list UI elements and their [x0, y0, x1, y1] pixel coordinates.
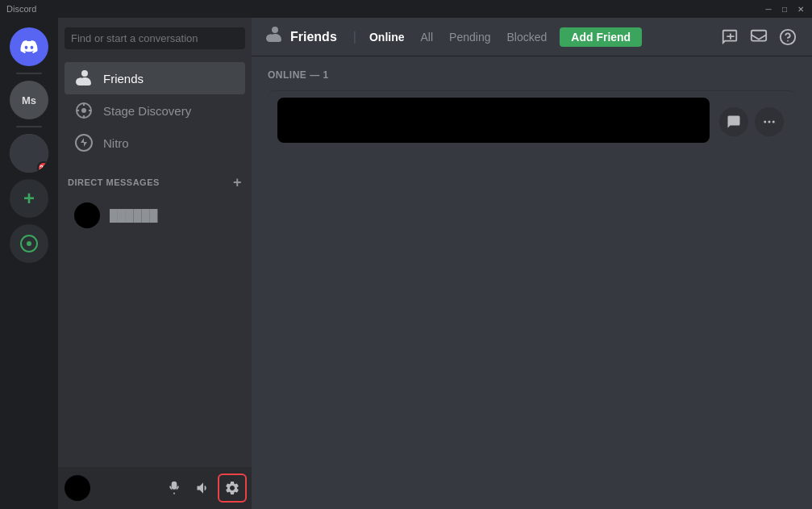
tab-blocked[interactable]: Blocked — [500, 27, 553, 47]
svg-point-12 — [764, 121, 766, 123]
friends-topbar-icon — [264, 25, 284, 48]
more-options-button[interactable] — [755, 107, 784, 136]
settings-button[interactable] — [219, 475, 245, 501]
topbar-title: Friends — [290, 30, 337, 44]
dm-name: ██████ — [110, 209, 158, 222]
channel-list: Friends Stage Discovery — [58, 18, 252, 509]
topbar: Friends | Online All Pending Blocked Add… — [252, 18, 812, 56]
add-server-button[interactable]: + — [10, 179, 48, 218]
add-friend-button[interactable]: Add Friend — [560, 27, 642, 47]
minimize-button[interactable]: ─ — [764, 4, 773, 14]
nav-item-friends[interactable]: Friends — [65, 62, 245, 94]
help-button[interactable] — [777, 26, 799, 48]
nav-item-stage-discovery[interactable]: Stage Discovery — [65, 94, 245, 127]
svg-point-13 — [768, 121, 771, 123]
close-button[interactable]: ✕ — [796, 4, 806, 14]
window-controls: ─ □ ✕ — [764, 4, 806, 14]
app-body: Ms 25 + Frien — [0, 18, 812, 509]
user-info[interactable] — [65, 475, 158, 501]
server-list: Ms 25 + — [0, 18, 58, 509]
tab-online[interactable]: Online — [363, 27, 411, 47]
tab-all[interactable]: All — [414, 27, 440, 47]
server-divider — [16, 73, 42, 74]
discord-home-button[interactable] — [10, 27, 48, 66]
mute-button[interactable] — [161, 475, 187, 501]
online-header: ONLINE — 1 — [268, 69, 796, 81]
inbox-button[interactable] — [747, 26, 770, 48]
user-server-avatar[interactable]: 25 — [10, 134, 48, 173]
dm-section-label: DIRECT MESSAGES — [68, 177, 160, 187]
notification-badge: 25 — [37, 161, 48, 173]
nav-item-nitro[interactable]: Nitro — [65, 127, 245, 159]
friend-actions — [719, 107, 784, 136]
new-group-dm-button[interactable] — [718, 26, 741, 48]
svg-point-14 — [772, 121, 775, 123]
friend-row-redacted — [277, 98, 710, 143]
svg-point-1 — [27, 241, 31, 246]
friend-item[interactable] — [268, 90, 796, 152]
svg-point-11 — [787, 40, 789, 41]
explore-button[interactable] — [10, 224, 48, 263]
friends-nav-icon — [74, 69, 94, 88]
tab-pending[interactable]: Pending — [443, 27, 497, 47]
dm-item[interactable]: ██████ — [65, 196, 245, 235]
ms-server-icon[interactable]: Ms — [10, 81, 48, 119]
dm-avatar — [74, 202, 100, 228]
search-bar — [58, 18, 252, 59]
nav-item-stage-discovery-label: Stage Discovery — [103, 104, 191, 118]
main-content: Friends | Online All Pending Blocked Add… — [252, 18, 812, 509]
dm-list: ██████ — [58, 193, 252, 467]
user-avatar — [65, 475, 90, 501]
topbar-right — [718, 26, 799, 48]
titlebar: Discord ─ □ ✕ — [0, 0, 812, 18]
deafen-button[interactable] — [190, 475, 216, 501]
dm-section-header: DIRECT MESSAGES + — [58, 162, 252, 193]
nav-item-nitro-label: Nitro — [103, 136, 129, 150]
restore-button[interactable]: □ — [780, 4, 789, 14]
search-input[interactable] — [65, 27, 245, 49]
message-friend-button[interactable] — [719, 107, 748, 136]
user-panel — [58, 467, 252, 509]
app-title: Discord — [6, 4, 36, 14]
add-dm-button[interactable]: + — [233, 175, 242, 190]
nav-items: Friends Stage Discovery — [58, 59, 252, 162]
nav-item-friends-label: Friends — [103, 72, 144, 86]
stage-discovery-icon — [74, 101, 94, 120]
server-divider-2 — [16, 126, 42, 127]
svg-point-3 — [81, 108, 86, 113]
friends-content: ONLINE — 1 — [252, 56, 812, 509]
nitro-icon — [74, 133, 94, 152]
